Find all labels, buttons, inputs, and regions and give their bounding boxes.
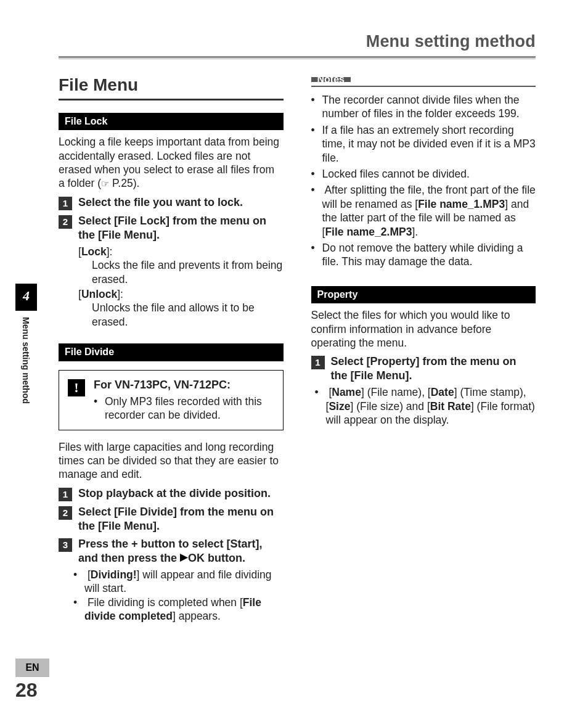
file-divide-step-3: 3 Press the + button to select [Start], …	[59, 537, 284, 565]
step-text: Select [Property] from the menu on the […	[331, 355, 536, 383]
step-text: Select [File Divide] from the menu on th…	[78, 505, 284, 533]
chapter-label: Menu setting method	[20, 311, 31, 404]
exclamation-icon: !	[68, 379, 85, 396]
heading-file-lock: File Lock	[59, 113, 284, 130]
language-tab: EN	[15, 659, 49, 677]
header-rule-thin	[59, 59, 536, 59]
unlock-option: [Unlock]: Unlocks the file and allows it…	[78, 287, 284, 329]
section-title-file-menu: File Menu	[59, 74, 284, 96]
list-item: If a file has an extremely short recordi…	[322, 123, 536, 165]
notes-list: The recorder cannot divide files when th…	[322, 93, 536, 269]
intro-ref: P.25).	[109, 177, 139, 189]
unlock-label: [Unlock]:	[78, 287, 284, 301]
file-lock-step-2: 2 Select [File Lock] from the menu on th…	[59, 214, 284, 242]
file-divide-step-2: 2 Select [File Divide] from the menu on …	[59, 505, 284, 533]
step-text: Select [File Lock] from the menu on the …	[78, 214, 284, 242]
warning-box: ! For VN-713PC, VN-712PC: Only MP3 files…	[59, 370, 284, 430]
chapter-number: 4	[15, 284, 37, 311]
file-lock-step-1: 1 Select the file you want to lock.	[59, 195, 284, 210]
list-item: File dividing is completed when [File di…	[84, 596, 284, 623]
warning-title: For VN-713PC, VN-712PC:	[94, 378, 273, 392]
list-item: Locked files cannot be divided.	[322, 167, 536, 181]
property-bullets: [Name] (File name), [Date] (Time stamp),…	[326, 385, 536, 427]
lock-desc: Locks the file and prevents it from bein…	[92, 258, 284, 286]
header-title: Menu setting method	[59, 31, 536, 56]
list-item: [Name] (File name), [Date] (Time stamp),…	[326, 385, 536, 427]
step-text: Select the file you want to lock.	[78, 195, 284, 210]
svg-marker-0	[180, 554, 188, 562]
step-number-icon: 1	[59, 197, 72, 210]
file-divide-bullets: [Dividing!] will appear and file dividin…	[84, 568, 284, 623]
step-text: Press the + button to select [Start], an…	[78, 537, 284, 565]
lock-option: [Lock]: Locks the file and prevents it f…	[78, 245, 284, 286]
left-column: File Menu File Lock Locking a file keeps…	[59, 74, 284, 623]
file-lock-intro: Locking a file keeps important data from…	[59, 135, 284, 191]
notes-header-row: Notes	[311, 77, 536, 87]
step-number-icon: 3	[59, 538, 72, 552]
warning-body: For VN-713PC, VN-712PC: Only MP3 files r…	[94, 378, 273, 422]
heading-property: Property	[311, 286, 536, 303]
header-rule-thick	[59, 56, 536, 58]
property-step-1: 1 Select [Property] from the menu on the…	[311, 355, 536, 383]
file-divide-step-1: 1 Stop playback at the divide position.	[59, 486, 284, 501]
step-number-icon: 1	[311, 356, 325, 369]
step-number-icon: 2	[59, 215, 72, 229]
list-item: Do not remove the battery while dividing…	[322, 241, 536, 269]
content-columns: File Menu File Lock Locking a file keeps…	[59, 74, 536, 623]
page-number: 28	[15, 678, 38, 703]
page-header: Menu setting method	[59, 31, 536, 59]
step-number-icon: 1	[59, 488, 72, 501]
lock-label: [Lock]:	[78, 245, 284, 258]
right-column: Notes The recorder cannot divide files w…	[311, 77, 536, 623]
pointer-icon: ☞	[101, 178, 109, 189]
section-rule	[59, 99, 284, 101]
play-icon	[180, 552, 188, 564]
heading-notes: Notes	[311, 77, 351, 82]
step-number-icon: 2	[59, 506, 72, 520]
list-item: [Dividing!] will appear and file dividin…	[84, 568, 284, 596]
property-intro: Select the files for which you would lik…	[311, 308, 536, 350]
unlock-desc: Unlocks the file and allows it to be era…	[92, 301, 284, 329]
file-divide-intro: Files with large capacities and long rec…	[59, 440, 284, 482]
list-item: The recorder cannot divide files when th…	[322, 93, 536, 121]
warning-item: Only MP3 files recorded with this record…	[105, 395, 273, 422]
chapter-side-tab: 4 Menu setting method	[15, 284, 37, 404]
intro-text: Locking a file keeps important data from…	[59, 136, 279, 189]
step-text: Stop playback at the divide position.	[78, 486, 284, 501]
heading-file-divide: File Divide	[59, 343, 284, 361]
list-item: After splitting the file, the front part…	[322, 183, 536, 239]
